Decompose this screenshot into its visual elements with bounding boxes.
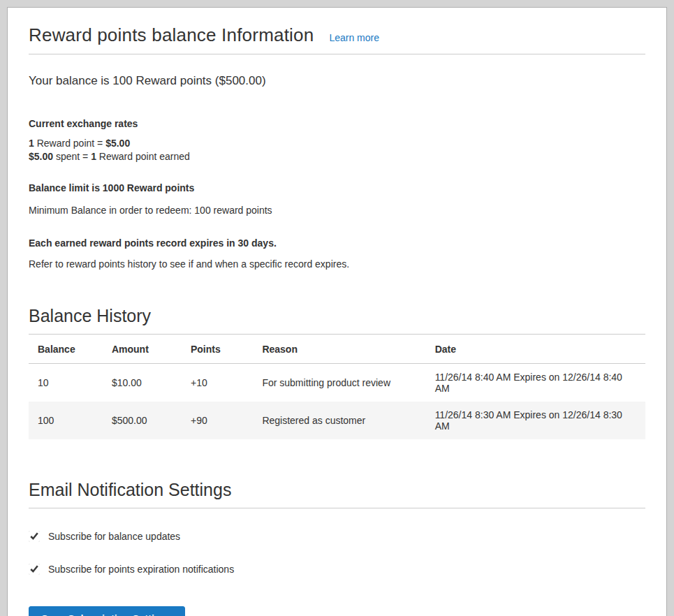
email-settings-divider <box>29 508 645 508</box>
cell-date: 11/26/14 8:30 AM Expires on 12/26/14 8:3… <box>426 402 645 439</box>
cell-date: 11/26/14 8:40 AM Expires on 12/26/14 8:4… <box>426 364 645 402</box>
cell-points: +10 <box>182 364 253 402</box>
header-divider <box>29 54 645 54</box>
balance-history-table-body: 10 $10.00 +10 For submitting product rev… <box>29 364 645 440</box>
balance-summary: Your balance is 100 Reward points ($500.… <box>29 74 645 88</box>
column-header-balance: Balance <box>29 335 103 364</box>
balance-limit-text: Balance limit is 1000 Reward points <box>29 182 645 193</box>
table-row: 10 $10.00 +10 For submitting product rev… <box>29 364 645 402</box>
exchange-rates-heading: Current exchange rates <box>29 118 645 129</box>
minimum-balance-text: Minimum Balance in order to redeem: 100 … <box>29 205 645 216</box>
learn-more-link[interactable]: Learn more <box>329 32 379 43</box>
subscribe-expiration-notifications-label: Subscribe for points expiration notifica… <box>48 564 234 575</box>
cell-balance: 10 <box>29 364 103 402</box>
cell-amount: $10.00 <box>103 364 182 402</box>
cell-reason: For submitting product review <box>253 364 425 402</box>
subscribe-balance-updates-checkbox[interactable] <box>29 531 40 542</box>
subscribe-balance-updates-row[interactable]: Subscribe for balance updates <box>29 531 645 542</box>
cell-reason: Registered as customer <box>253 402 425 439</box>
reward-points-panel: Reward points balance Information Learn … <box>7 7 667 616</box>
table-header-row: Balance Amount Points Reason Date <box>29 335 645 364</box>
balance-history-title: Balance History <box>29 306 645 326</box>
exchange-rates-lines: 1 Reward point = $5.00 $5.00 spent = 1 R… <box>29 137 645 163</box>
cell-points: +90 <box>182 402 253 439</box>
column-header-date: Date <box>426 335 645 364</box>
email-settings-title: Email Notification Settings <box>29 480 645 500</box>
cell-amount: $500.00 <box>103 402 182 439</box>
save-subscription-settings-button[interactable]: Save Subscription Settings <box>29 606 185 616</box>
balance-history-table: Balance Amount Points Reason Date 10 $10… <box>29 335 645 439</box>
subscribe-expiration-notifications-checkbox[interactable] <box>29 564 40 575</box>
table-row: 100 $500.00 +90 Registered as customer 1… <box>29 402 645 439</box>
page-header: Reward points balance Information Learn … <box>29 24 645 46</box>
cell-balance: 100 <box>29 402 103 439</box>
exchange-rate-line-2: $5.00 spent = 1 Reward point earned <box>29 150 645 163</box>
subscribe-balance-updates-label: Subscribe for balance updates <box>48 531 180 542</box>
column-header-amount: Amount <box>103 335 182 364</box>
subscribe-expiration-notifications-row[interactable]: Subscribe for points expiration notifica… <box>29 564 645 575</box>
page-title: Reward points balance Information <box>29 24 314 46</box>
expiration-heading: Each earned reward points record expires… <box>29 237 645 249</box>
expiration-note: Refer to reward points history to see if… <box>29 258 645 270</box>
balance-history-table-head: Balance Amount Points Reason Date <box>29 335 645 364</box>
exchange-rate-line-1: 1 Reward point = $5.00 <box>29 137 645 150</box>
column-header-reason: Reason <box>253 335 425 364</box>
column-header-points: Points <box>182 335 253 364</box>
